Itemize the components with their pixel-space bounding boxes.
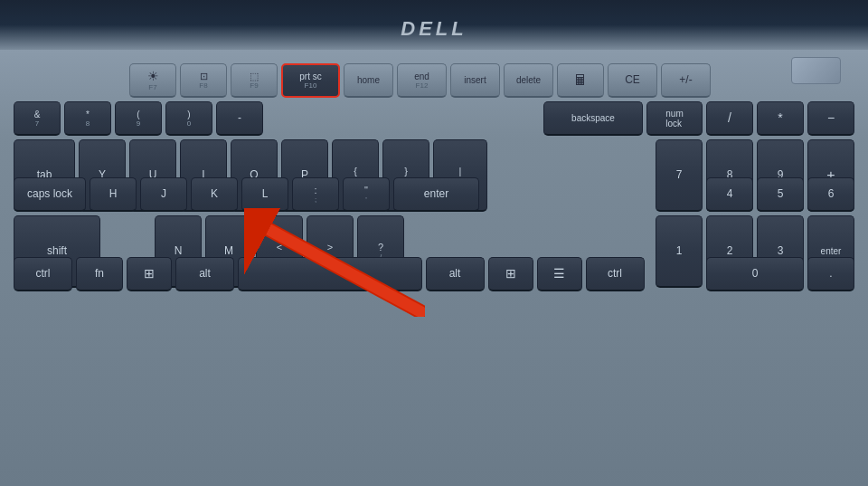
- key-j[interactable]: J: [140, 177, 187, 212]
- number-row: & 7 * 8 ( 9 ) 0 -: [14, 101, 854, 136]
- key-win[interactable]: ⊞: [127, 257, 172, 291]
- key-f8[interactable]: ⊡ F8: [180, 63, 227, 98]
- fn-key-row: ☀ F7 ⊡ F8 ⬚ F9 prt sc F10: [14, 63, 854, 98]
- key-np4[interactable]: 4: [706, 177, 753, 212]
- key-fn[interactable]: fn: [76, 257, 123, 291]
- laptop-body: DELL ☀ F7 ⊡ F8: [0, 0, 868, 486]
- key-insert[interactable]: insert: [450, 63, 500, 98]
- key-home[interactable]: home: [344, 63, 393, 98]
- key-f9[interactable]: ⬚ F9: [231, 63, 278, 98]
- key-star8[interactable]: * 8: [64, 101, 111, 136]
- fingerprint-reader: [791, 57, 841, 84]
- key-space[interactable]: [238, 257, 422, 291]
- key-np-dot[interactable]: .: [807, 257, 854, 291]
- key-quote[interactable]: " ': [343, 177, 390, 212]
- key-enter[interactable]: enter: [393, 177, 479, 212]
- key-dash[interactable]: -: [216, 101, 263, 136]
- laptop-bezel: DELL: [0, 0, 868, 50]
- key-l[interactable]: L: [241, 177, 288, 212]
- key-numlock[interactable]: numlock: [646, 101, 703, 136]
- key-np0[interactable]: 0: [706, 257, 804, 291]
- key-np1[interactable]: 1: [656, 215, 703, 288]
- key-capslock[interactable]: caps lock: [14, 177, 86, 212]
- key-rwin[interactable]: ⊞: [488, 257, 533, 291]
- key-lp9[interactable]: ( 9: [115, 101, 162, 136]
- key-rctrl[interactable]: ctrl: [586, 257, 645, 291]
- key-np-minus[interactable]: −: [807, 101, 854, 136]
- key-ce[interactable]: CE: [608, 63, 657, 98]
- key-lalt[interactable]: alt: [175, 257, 234, 291]
- key-rp0[interactable]: ) 0: [165, 101, 212, 136]
- hjkl-row: caps lock H J K L : ;: [14, 177, 854, 212]
- key-amp7[interactable]: & 7: [14, 101, 61, 136]
- key-np6[interactable]: 6: [807, 177, 854, 212]
- key-h[interactable]: H: [90, 177, 137, 212]
- dell-logo: DELL: [401, 17, 467, 41]
- key-np-div[interactable]: /: [706, 101, 753, 136]
- key-k[interactable]: K: [191, 177, 238, 212]
- key-delete[interactable]: delete: [504, 63, 553, 98]
- key-ralt[interactable]: alt: [426, 257, 485, 291]
- key-lctrl[interactable]: ctrl: [14, 257, 72, 291]
- key-menu[interactable]: ☰: [537, 257, 582, 291]
- key-np-mul[interactable]: *: [757, 101, 804, 136]
- key-np7[interactable]: 7: [656, 139, 703, 212]
- keyboard: ☀ F7 ⊡ F8 ⬚ F9 prt sc F10: [14, 63, 854, 291]
- key-plusminus[interactable]: +/-: [661, 63, 711, 98]
- key-backspace[interactable]: backspace: [543, 101, 643, 136]
- key-semicolon[interactable]: : ;: [292, 177, 339, 212]
- key-f7[interactable]: ☀ F7: [129, 63, 176, 98]
- key-end[interactable]: end F12: [397, 63, 447, 98]
- keyboard-surface: ☀ F7 ⊡ F8 ⬚ F9 prt sc F10: [0, 50, 868, 486]
- key-prtsc[interactable]: prt sc F10: [281, 63, 340, 98]
- key-np5[interactable]: 5: [757, 177, 804, 212]
- key-calc[interactable]: 🖩: [557, 63, 604, 98]
- bottom-row: ctrl fn ⊞ alt alt ⊞: [14, 257, 854, 291]
